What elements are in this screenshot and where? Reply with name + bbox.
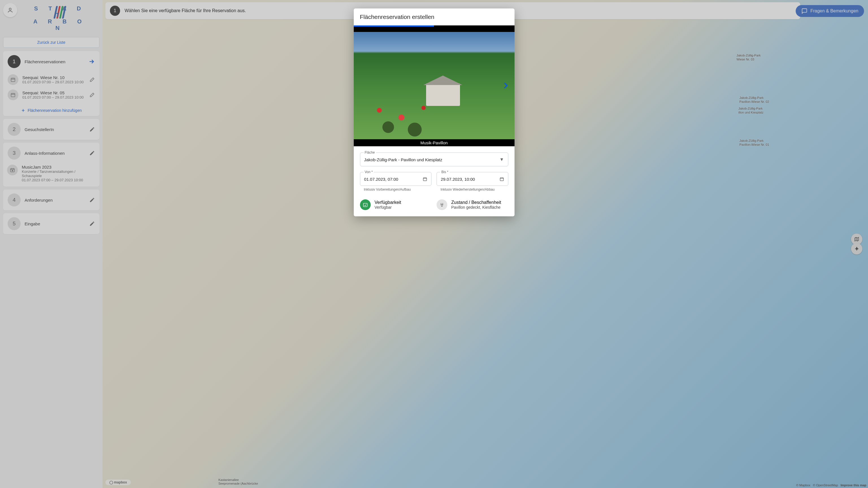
to-date-input[interactable]: Bis * 29.07.2023, 10:00 bbox=[437, 172, 508, 186]
step-number: 1 bbox=[110, 6, 120, 16]
chat-icon bbox=[801, 8, 808, 14]
svg-rect-7 bbox=[363, 203, 367, 207]
calendar-event-icon bbox=[7, 165, 18, 175]
event-dates: 01.07.2023 07:00 – 29.07.2023 10:00 bbox=[22, 178, 95, 182]
calendar-icon bbox=[8, 74, 19, 85]
event-category: Konzerte / Tanzveranstaltungen / Schausp… bbox=[22, 169, 95, 178]
field-label: Bis * bbox=[440, 170, 450, 174]
edit-icon[interactable] bbox=[89, 221, 95, 227]
step-title: Flächenreservationen bbox=[25, 59, 84, 64]
logo: S T A D TA R B O N bbox=[20, 3, 99, 37]
location-image bbox=[354, 32, 515, 139]
svg-rect-2 bbox=[11, 94, 15, 97]
arrow-right-icon[interactable] bbox=[88, 58, 95, 65]
edit-icon[interactable] bbox=[89, 92, 95, 98]
field-label: Fläche bbox=[364, 151, 376, 155]
calendar-icon bbox=[500, 177, 504, 181]
instruction-text: Wählen Sie eine verfügbare Fläche für Ih… bbox=[125, 8, 246, 13]
edit-icon[interactable] bbox=[89, 150, 95, 156]
step-number: 5 bbox=[8, 217, 21, 230]
osm-credit[interactable]: © OpenStreetMap bbox=[813, 484, 838, 487]
back-to-list-button[interactable]: Zurück zur Liste bbox=[3, 37, 99, 48]
step-number: 2 bbox=[8, 123, 21, 136]
svg-rect-1 bbox=[11, 78, 15, 82]
map-poi-label: Jakob-Züllig-ParkWiese Nr. 03 bbox=[736, 54, 761, 62]
step-title: Anlass-Informationen bbox=[25, 151, 85, 156]
from-hint: Inklusiv Vorbereitungen/Aufbau bbox=[360, 188, 432, 192]
availability-status: VerfügbarkeitVerfügbar bbox=[360, 199, 432, 210]
step-number: 1 bbox=[8, 55, 21, 68]
step-number: 4 bbox=[8, 193, 21, 206]
calendar-icon bbox=[8, 90, 19, 100]
map-controls bbox=[851, 234, 862, 254]
area-select[interactable]: Fläche Jakob-Züllig-Park - Pavillon und … bbox=[360, 153, 508, 166]
area-value: Jakob-Züllig-Park - Pavillon und Kiespla… bbox=[364, 157, 504, 162]
map-poi-label: Jakob-Züllig-ParkPavillon-Wiese Nr. 01 bbox=[739, 139, 769, 147]
check-calendar-icon bbox=[360, 199, 371, 210]
svg-rect-6 bbox=[500, 177, 503, 181]
modal-title: Flächenreservation erstellen bbox=[354, 8, 515, 25]
to-value: 29.07.2023, 10:00 bbox=[441, 177, 504, 182]
map-pin-button[interactable] bbox=[851, 243, 862, 255]
chevron-right-icon bbox=[501, 80, 509, 91]
calendar-icon bbox=[423, 177, 427, 181]
step-4-card: 4 Anforderungen bbox=[3, 190, 99, 210]
step-1-header[interactable]: 1 Flächenreservationen bbox=[3, 51, 99, 72]
svg-point-0 bbox=[9, 8, 11, 10]
to-hint: Inklusiv Wiederherstellungen/Abbau bbox=[437, 188, 508, 192]
field-label: Von * bbox=[364, 170, 374, 174]
step-2-header[interactable]: 2 GesuchstellerIn bbox=[3, 119, 99, 140]
step-title: Eingabe bbox=[25, 221, 85, 226]
add-reservation-button[interactable]: Flächenreservation hinzufügen bbox=[3, 105, 99, 116]
svg-rect-5 bbox=[423, 177, 427, 181]
mapbox-credit[interactable]: © Mapbox bbox=[796, 484, 810, 487]
step-3-header[interactable]: 3 Anlass-Informationen bbox=[3, 142, 99, 164]
map-poi-label: KastanienalleeSeepromenade (Aachbrücke bbox=[218, 478, 258, 486]
svg-point-4 bbox=[12, 170, 13, 171]
step-number: 3 bbox=[8, 147, 21, 160]
reservation-item[interactable]: Seequai: Wiese Nr. 1001.07.2023 07:00 – … bbox=[7, 72, 95, 87]
plus-icon bbox=[21, 108, 25, 113]
map-icon bbox=[854, 237, 859, 242]
from-value: 01.07.2023, 07:00 bbox=[364, 177, 428, 182]
create-reservation-modal: Flächenreservation erstellen Musik-Pavil… bbox=[354, 8, 515, 216]
user-icon bbox=[7, 7, 13, 13]
step-5-card: 5 Eingabe bbox=[3, 213, 99, 234]
step-1-card: 1 Flächenreservationen Seequai: Wiese Nr… bbox=[3, 51, 99, 116]
step-title: Anforderungen bbox=[25, 198, 85, 202]
from-date-input[interactable]: Von * 01.07.2023, 07:00 bbox=[360, 172, 432, 186]
feedback-button[interactable]: Fragen & Bemerkungen bbox=[796, 5, 864, 17]
reservation-item[interactable]: Seequai: Wiese Nr. 0501.07.2023 07:00 – … bbox=[7, 87, 95, 102]
edit-icon[interactable] bbox=[89, 127, 95, 132]
next-image-button[interactable] bbox=[499, 77, 512, 94]
step-2-card: 2 GesuchstellerIn bbox=[3, 119, 99, 140]
edit-icon[interactable] bbox=[89, 77, 95, 83]
condition-icon bbox=[437, 199, 447, 210]
sidebar: S T A D TA R B O N Zurück zur Liste 1 Fl… bbox=[0, 0, 102, 488]
image-caption: Musik-Pavillon bbox=[354, 139, 515, 146]
map-poi-label: Jakob-Züllig-Parkillon und Kiesplatz bbox=[738, 107, 764, 115]
map-poi-label: Jakob-Züllig-ParkPavillon-Wiese Nr. 02 bbox=[739, 96, 769, 104]
event-title: MusicJam 2023 bbox=[22, 165, 95, 169]
chevron-down-icon: ▼ bbox=[500, 157, 504, 162]
step-3-card: 3 Anlass-Informationen MusicJam 2023 Kon… bbox=[3, 142, 99, 187]
user-menu-button[interactable] bbox=[3, 3, 17, 17]
map-attribution: © Mapbox © OpenStreetMap Improve this ma… bbox=[795, 484, 866, 487]
step-4-header[interactable]: 4 Anforderungen bbox=[3, 190, 99, 210]
step-5-header[interactable]: 5 Eingabe bbox=[3, 213, 99, 234]
condition-status: Zustand / BeschaffenheitPavillon gedeckt… bbox=[437, 199, 508, 210]
step-title: GesuchstellerIn bbox=[25, 127, 85, 132]
mapbox-logo: ◯ mapbox bbox=[105, 480, 131, 485]
improve-map-link[interactable]: Improve this map bbox=[841, 484, 866, 487]
pin-icon bbox=[854, 246, 859, 251]
edit-icon[interactable] bbox=[89, 197, 95, 203]
